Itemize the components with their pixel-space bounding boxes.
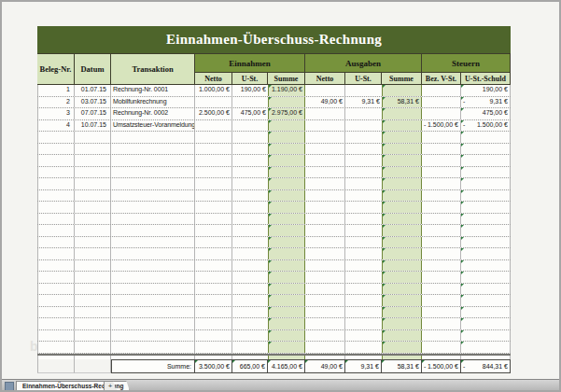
sheet-cell[interactable]	[268, 214, 305, 225]
sheet-cell[interactable]	[422, 108, 461, 119]
sheet-cell[interactable]	[195, 144, 232, 155]
summary-value-cell[interactable]: 3.500,00 €	[195, 359, 232, 373]
sheet-cell[interactable]	[345, 342, 382, 353]
sheet-cell[interactable]	[37, 260, 75, 272]
sheet-cell[interactable]	[305, 120, 345, 132]
sheet-cell[interactable]	[195, 120, 232, 132]
sheet-cell[interactable]	[305, 295, 345, 306]
sheet-cell[interactable]	[345, 144, 382, 155]
sheet-cell[interactable]	[382, 132, 422, 143]
sheet-cell[interactable]	[111, 284, 195, 295]
sheet-cell[interactable]	[305, 108, 345, 119]
sheet-cell[interactable]	[75, 225, 111, 236]
sheet-cell[interactable]	[461, 237, 511, 248]
sheet-cell[interactable]	[305, 178, 345, 189]
sheet-cell[interactable]	[268, 144, 305, 155]
sheet-cell[interactable]: 1.190,00 €	[268, 85, 305, 96]
sheet-cell[interactable]	[422, 202, 461, 213]
sheet-cell[interactable]	[195, 248, 232, 259]
sheet-cell[interactable]	[111, 132, 195, 143]
sheet-cell[interactable]: Mobilfunkrechnung	[111, 97, 195, 108]
sheet-cell[interactable]	[111, 202, 195, 213]
sheet-cell[interactable]	[422, 260, 461, 272]
sheet-cell[interactable]	[461, 190, 511, 202]
sheet-cell[interactable]	[111, 248, 195, 259]
sheet-cell[interactable]	[75, 178, 111, 189]
sheet-cell[interactable]	[305, 318, 345, 329]
sheet-cell[interactable]	[268, 132, 305, 143]
sheet-cell[interactable]	[422, 248, 461, 259]
sheet-cell[interactable]	[37, 307, 75, 318]
sheet-cell[interactable]	[382, 318, 422, 329]
sheet-cell[interactable]	[382, 295, 422, 306]
sheet-cell[interactable]	[195, 167, 232, 178]
sheet-cell[interactable]	[305, 272, 345, 283]
sheet-cell[interactable]	[268, 248, 305, 259]
sheet-cell[interactable]	[75, 359, 111, 373]
sheet-cell[interactable]	[382, 214, 422, 225]
sheet-cell[interactable]	[111, 144, 195, 155]
sheet-cell[interactable]	[195, 330, 232, 342]
sheet-cell[interactable]	[305, 190, 345, 202]
sheet-cell[interactable]	[111, 318, 195, 329]
sheet-cell[interactable]	[345, 108, 382, 119]
sheet-cell[interactable]	[232, 318, 268, 329]
sheet-cell[interactable]: Rechnung-Nr. 0001	[111, 85, 195, 96]
sheet-cell[interactable]	[232, 155, 268, 166]
subheader-einnahmen-ust[interactable]: U-St.	[232, 73, 268, 85]
sheet-cell[interactable]	[111, 237, 195, 248]
sheet-cell[interactable]	[232, 330, 268, 342]
sheet-cell[interactable]	[461, 132, 511, 143]
sheet-cell[interactable]	[111, 260, 195, 272]
sheet-cell[interactable]: 3	[37, 108, 75, 119]
sheet-cell[interactable]	[461, 178, 511, 189]
sheet-cell[interactable]	[37, 330, 75, 342]
sheet-cell[interactable]	[37, 284, 75, 295]
sheet-cell[interactable]	[345, 190, 382, 202]
sheet-cell[interactable]: Umsatzsteuer-Voranmeldung	[111, 120, 195, 132]
sheet-cell[interactable]: 1.000,00 €	[195, 85, 232, 96]
sheet-cell[interactable]: 475,00 €	[461, 108, 511, 119]
sheet-cell[interactable]	[232, 272, 268, 283]
sheet-cell[interactable]	[195, 307, 232, 318]
sheet-cell[interactable]	[232, 202, 268, 213]
sheet-cell[interactable]	[268, 202, 305, 213]
sheet-cell[interactable]: 49,00 €	[305, 97, 345, 108]
sheet-cell[interactable]	[75, 295, 111, 306]
sheet-cell[interactable]	[37, 295, 75, 306]
sheet-cell[interactable]	[382, 342, 422, 353]
sheet-cell[interactable]	[195, 225, 232, 236]
sheet-cell[interactable]	[111, 190, 195, 202]
sheet-cell[interactable]: 2	[37, 97, 75, 108]
sheet-cell[interactable]	[382, 237, 422, 248]
sheet-cell[interactable]	[232, 120, 268, 132]
sheet-cell[interactable]	[37, 178, 75, 189]
sheet-cell[interactable]: 1	[37, 85, 75, 96]
sheet-cell[interactable]	[75, 330, 111, 342]
sheet-cell[interactable]	[345, 318, 382, 329]
sheet-cell[interactable]: -1.500,00 €	[461, 120, 511, 132]
sheet-cell[interactable]: 190,00 €	[232, 85, 268, 96]
sheet-cell[interactable]	[422, 85, 461, 96]
sheet-cell[interactable]: 10.07.15	[75, 120, 111, 132]
sheet-cell[interactable]	[111, 295, 195, 306]
sheet-cell[interactable]	[305, 342, 345, 353]
sheet-cell[interactable]	[37, 359, 75, 373]
sheet-cell[interactable]	[195, 272, 232, 283]
sheet-cell[interactable]	[382, 248, 422, 259]
sheet-cell[interactable]	[461, 295, 511, 306]
sheet-cell[interactable]	[37, 248, 75, 259]
sheet-cell[interactable]	[461, 272, 511, 283]
sheet-cell[interactable]	[195, 155, 232, 166]
sheet-cell[interactable]: Rechnung-Nr. 0002	[111, 108, 195, 119]
sheet-cell[interactable]: -9,31 €	[461, 97, 511, 108]
sheet-cell[interactable]	[268, 225, 305, 236]
sheet-cell[interactable]	[461, 342, 511, 353]
sheet-cell[interactable]	[75, 190, 111, 202]
sheet-cell[interactable]	[461, 307, 511, 318]
summary-value-cell[interactable]: 4.165,00 €	[268, 359, 305, 373]
sheet-cell[interactable]	[305, 214, 345, 225]
sheet-cell[interactable]	[345, 202, 382, 213]
sheet-cell[interactable]	[305, 132, 345, 143]
sheet-cell[interactable]	[232, 225, 268, 236]
